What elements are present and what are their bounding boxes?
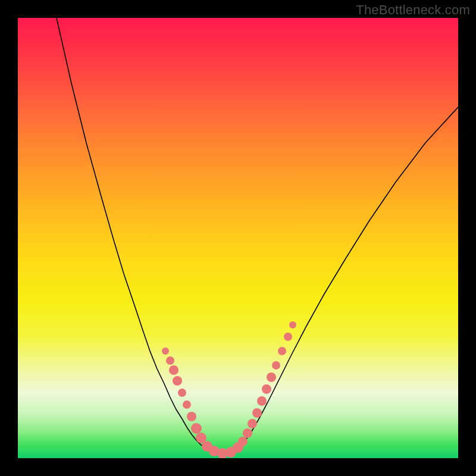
data-dot: [243, 428, 252, 438]
data-dot: [257, 396, 267, 406]
data-dot: [248, 419, 257, 428]
data-dot: [187, 412, 196, 421]
data-dot: [191, 423, 202, 434]
dots-right: [233, 321, 296, 453]
data-dot: [238, 437, 248, 446]
data-dot: [278, 347, 286, 355]
left-curve: [57, 18, 215, 452]
plot-area: [18, 18, 458, 458]
data-dot: [267, 372, 276, 382]
right-curve: [234, 107, 458, 452]
data-dot: [284, 333, 292, 341]
data-dot: [162, 347, 169, 355]
data-dot: [178, 389, 186, 397]
chart-stage: TheBottleneck.com: [0, 0, 476, 476]
data-dot: [289, 321, 296, 328]
data-dot: [166, 356, 174, 365]
data-dot: [262, 384, 271, 394]
data-dot: [252, 408, 262, 418]
data-dot: [183, 400, 191, 409]
data-dot: [173, 376, 182, 386]
watermark-text: TheBottleneck.com: [356, 2, 470, 18]
data-dot: [272, 361, 280, 369]
curve-layer: [18, 18, 458, 458]
data-dot: [169, 365, 178, 375]
